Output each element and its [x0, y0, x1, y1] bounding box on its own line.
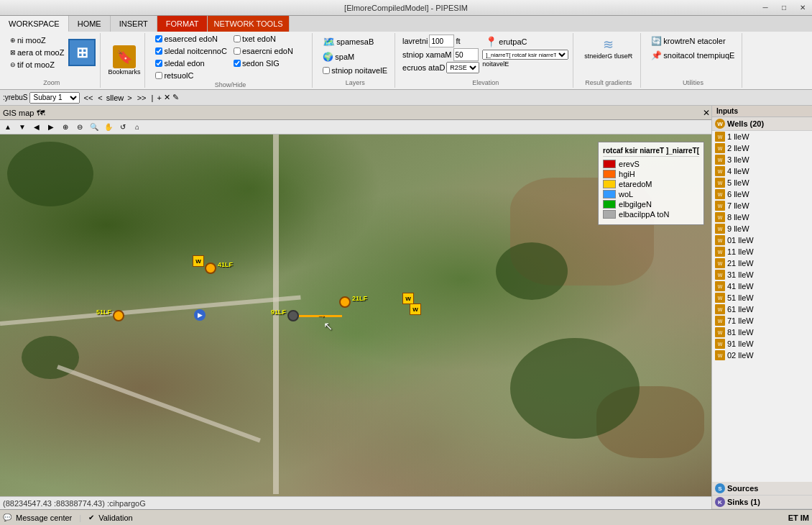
list-item[interactable]: W 9 lleW — [712, 223, 812, 234]
list-item[interactable]: W 61 lleW — [712, 303, 812, 315]
well-symbol-3[interactable]: W — [410, 303, 421, 315]
map-zoom-out[interactable]: ⊖ — [73, 122, 86, 133]
zoom-in-button[interactable]: ⊕ ni mooZ — [7, 35, 67, 46]
cluster-button[interactable]: retsuolC — [152, 70, 229, 81]
tab-format[interactable]: FORMAT — [157, 16, 208, 32]
map-refresh[interactable]: ↺ — [116, 122, 129, 133]
interval-input[interactable] — [429, 35, 454, 47]
node-decrease-checkbox[interactable] — [155, 35, 162, 42]
sinks-section-header[interactable]: K Sinks (1) — [712, 496, 812, 509]
list-item[interactable]: W 7 lleW — [712, 200, 812, 211]
well-symbol-2[interactable]: W — [402, 293, 414, 304]
capture-button[interactable]: 📍 erutpaC — [482, 35, 568, 49]
pipeline-node-fl15[interactable]: 51LF — [113, 310, 124, 321]
node-fl14-dot[interactable] — [205, 262, 216, 274]
node-text-button[interactable]: txet edoN — [231, 33, 308, 45]
node-fl19-dot[interactable] — [287, 310, 299, 321]
list-item[interactable]: W 5 lleW — [712, 177, 812, 188]
gis-map-view[interactable]: 41LF 21LF 51LF 91LF — [0, 134, 711, 496]
connection-labels-button[interactable]: sledal noitcennoC — [152, 45, 229, 57]
list-item[interactable]: W 81 lleW — [712, 327, 812, 338]
node-increase-checkbox[interactable] — [234, 47, 241, 55]
close-button[interactable]: ✕ — [793, 0, 812, 15]
list-item[interactable]: W 4 lleW — [712, 165, 812, 177]
terrain-factor-row: ]_niarreT[ rotcaf ksir niarreT — [482, 50, 568, 60]
list-item[interactable]: W 91 lleW — [712, 338, 812, 350]
node-decrease-button[interactable]: esaerced edoN — [152, 33, 229, 45]
pipeline-node-fl12[interactable]: 21LF — [339, 296, 351, 308]
maximize-button[interactable]: □ — [775, 0, 793, 15]
zoom-out-button[interactable]: ⊖ tif ot mooZ — [7, 59, 67, 70]
map-nav-up[interactable]: ▲ — [1, 122, 14, 133]
minimize-button[interactable]: ─ — [756, 0, 775, 15]
well-item-icon: W — [715, 235, 725, 245]
tab-workspace[interactable]: WORKSPACE — [0, 16, 69, 32]
nav-first[interactable]: << — [82, 93, 94, 102]
map-search[interactable]: 🔍 — [88, 122, 101, 133]
gis-map-icon: 🗺 — [37, 109, 45, 117]
nav-last[interactable]: >> — [136, 93, 148, 102]
map-zoom-in[interactable]: ⊕ — [59, 122, 72, 133]
nav-next[interactable]: > — [126, 93, 133, 102]
tab-home[interactable]: HOME — [69, 16, 111, 32]
node-text-checkbox[interactable] — [234, 35, 241, 42]
list-item[interactable]: W 71 lleW — [712, 315, 812, 327]
list-item[interactable]: W 01 lleW — [712, 234, 812, 246]
list-item[interactable]: W 3 lleW — [712, 154, 812, 165]
ribbon-group-result-gradients: ≋ stneiderG tluseR Result gradients — [576, 33, 641, 88]
list-item[interactable]: W 21 lleW — [712, 257, 812, 269]
subquery-select[interactable]: Subary 1 — [29, 92, 80, 104]
list-item[interactable]: W 02 lleW — [712, 350, 812, 361]
pipeline-node-fl19[interactable]: 91LF — [287, 310, 299, 321]
add-button[interactable]: + — [157, 93, 161, 102]
relocate-network-button[interactable]: 🔄 krowtreN etacoler — [648, 35, 737, 47]
list-item[interactable]: W 31 lleW — [712, 269, 812, 280]
map-nav-right[interactable]: ▶ — [45, 122, 57, 133]
gis-close-button[interactable]: ✕ — [703, 108, 710, 118]
data-source-select[interactable]: R2SE — [446, 62, 479, 73]
nav-prev[interactable]: < — [96, 93, 103, 102]
maps-button[interactable]: 🌍 spaM — [320, 50, 390, 63]
equipment-locations-button[interactable]: 📌 snoitacol tnempiuqE — [648, 49, 737, 62]
sources-section-header[interactable]: S Sources — [712, 482, 812, 496]
map-pan[interactable]: ✋ — [102, 122, 115, 133]
max-points-input[interactable] — [453, 48, 479, 61]
node-fl15-dot[interactable] — [113, 310, 124, 321]
list-item[interactable]: W 6 lleW — [712, 188, 812, 200]
capture-icon: 📍 — [485, 36, 497, 47]
terrain-factor-select[interactable]: ]_niarreT[ rotcaf ksir niarreT — [482, 50, 568, 60]
wells-section-header[interactable]: W Wells (20) — [712, 117, 812, 131]
node-increase-button[interactable]: esaercni edoN — [231, 45, 308, 57]
list-item[interactable]: W 2 lleW — [712, 142, 812, 154]
list-item[interactable]: W 51 lleW — [712, 292, 812, 303]
legend-item-not-applicable: elbacilppA toN — [603, 210, 699, 219]
node-fl12-dot[interactable] — [339, 296, 351, 308]
elevation-points-checkbox[interactable] — [323, 67, 330, 74]
gis-nodes-button[interactable]: sedon SIG — [231, 58, 308, 69]
well-item-icon: W — [715, 339, 725, 349]
tab-insert[interactable]: INSERT — [111, 16, 157, 32]
node-labels-button[interactable]: sledal edon — [152, 58, 229, 69]
tab-network-tools[interactable]: NETWORK TOOLS — [208, 16, 289, 32]
elevation-points-button[interactable]: stniop noitavelE — [320, 65, 390, 76]
map-nav-left[interactable]: ◀ — [30, 122, 43, 133]
map-home[interactable]: ⌂ — [131, 122, 144, 133]
list-item[interactable]: W 11 lleW — [712, 246, 812, 257]
list-item[interactable]: W 1 lleW — [712, 131, 812, 142]
map-nav-down[interactable]: ▼ — [16, 122, 29, 133]
connection-labels-checkbox[interactable] — [155, 47, 162, 55]
pipeline-node-fl14[interactable]: 41LF — [205, 262, 216, 274]
message-center-icon: 💬 — [3, 513, 11, 521]
basemaps-button[interactable]: 🗺️ spamesaB — [320, 35, 390, 49]
bookmarks-icon[interactable]: 🔖 — [113, 45, 136, 68]
node-labels-checkbox[interactable] — [155, 60, 162, 67]
cluster-checkbox[interactable] — [155, 72, 162, 79]
result-gradients-button[interactable]: ≋ stneiderG tluseR — [581, 35, 636, 62]
gis-nodes-checkbox[interactable] — [234, 60, 241, 67]
zoom-to-button[interactable]: ⊠ aera ot mooZ — [7, 47, 67, 58]
well-symbol-1[interactable]: W — [193, 255, 204, 267]
delete-button[interactable]: ✕ — [164, 93, 170, 102]
list-item[interactable]: W 8 lleW — [712, 211, 812, 223]
edit-button[interactable]: ✎ — [172, 93, 179, 102]
list-item[interactable]: W 41 lleW — [712, 280, 812, 292]
